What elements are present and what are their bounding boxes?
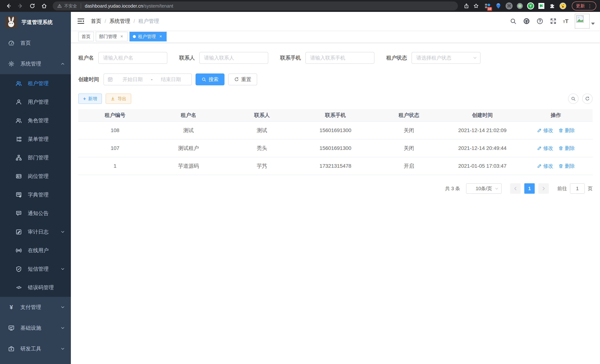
edit-link[interactable]: 修改 — [537, 145, 553, 152]
extensions-area: 10 ⌘ Y — [484, 2, 567, 10]
sidebar-item-dept[interactable]: 部门管理 — [0, 149, 71, 167]
font-size-icon[interactable]: TT — [563, 18, 568, 24]
close-icon[interactable]: × — [119, 34, 124, 39]
status-text: 关闭 — [372, 145, 446, 152]
extension-y-icon[interactable]: Y — [527, 2, 534, 10]
tab-dept[interactable]: 部门管理 × — [96, 32, 128, 41]
broadcast-icon — [16, 247, 22, 254]
sidebar-item-user[interactable]: 用户管理 — [0, 93, 71, 111]
sidebar-item-notice[interactable]: 通知公告 — [0, 204, 71, 223]
chevron-down-icon — [473, 56, 477, 60]
delete-link[interactable]: 删除 — [558, 127, 575, 134]
sidebar-item-dev-tools[interactable]: 研发工具 — [0, 338, 71, 359]
shield-icon — [16, 266, 22, 272]
extensions-puzzle-icon[interactable] — [548, 2, 556, 10]
extension-balloon-icon[interactable] — [495, 2, 502, 10]
chevron-down-icon — [60, 346, 65, 351]
browser-update-menu-button[interactable]: 更新 ⋮ — [572, 1, 596, 10]
yen-icon: ¥ — [8, 304, 14, 311]
sidebar: 芋道管理系统 首页 系统管理 租户管理 — [0, 12, 71, 364]
sidebar-item-audit-log[interactable]: 审计日志 — [0, 223, 71, 241]
status-text: 关闭 — [372, 127, 446, 134]
contact-input[interactable] — [199, 52, 268, 64]
page-number-1[interactable]: 1 — [524, 183, 535, 194]
browser-reload-button[interactable] — [28, 1, 37, 11]
status-label: 租户状态 — [386, 54, 407, 61]
chevron-down-icon — [60, 305, 65, 309]
share-button[interactable] — [462, 1, 471, 11]
extension-emoji-icon[interactable] — [559, 2, 567, 10]
col-tenant-name: 租户名 — [152, 112, 225, 119]
fullscreen-icon[interactable] — [550, 18, 557, 25]
goto-page-input[interactable] — [570, 183, 585, 194]
delete-link[interactable]: 删除 — [558, 145, 575, 152]
extension-dot-icon[interactable] — [516, 2, 524, 10]
help-icon[interactable] — [536, 18, 544, 25]
delete-link[interactable]: 删除 — [558, 163, 575, 169]
sidebar-item-post[interactable]: 岗位管理 — [0, 167, 71, 186]
extension-grid-icon[interactable]: 10 — [484, 2, 491, 10]
sidebar-item-online-users[interactable]: 在线用户 — [0, 241, 71, 260]
page-content: 租户名 联系人 联系手机 租户状态 — [71, 43, 600, 364]
page-size-select[interactable]: 10条/页 — [466, 183, 502, 194]
goto-label: 前往 — [557, 185, 567, 192]
sidebar-item-infrastructure[interactable]: 基础设施 — [0, 318, 71, 338]
role-users-icon — [16, 117, 22, 124]
toggle-search-button[interactable] — [568, 93, 579, 104]
sidebar-item-error-code[interactable]: </> 错误码管理 — [0, 278, 71, 297]
reset-button[interactable]: 重置 — [228, 74, 257, 85]
browser-forward-button[interactable] — [16, 1, 25, 11]
breadcrumb-current: 租户管理 — [138, 18, 159, 25]
export-button[interactable]: 导出 — [106, 93, 131, 104]
col-status: 租户状态 — [372, 112, 446, 119]
sidebar-item-role[interactable]: 角色管理 — [0, 111, 71, 130]
sidebar-item-system[interactable]: 系统管理 — [0, 53, 71, 74]
browser-back-button[interactable] — [4, 1, 13, 11]
security-label: 不安全 — [64, 3, 77, 9]
status-select-input[interactable] — [412, 52, 480, 64]
kebab-menu-icon: ⋮ — [587, 3, 592, 9]
header-search-icon[interactable] — [510, 18, 517, 25]
bookmark-star-button[interactable] — [471, 1, 481, 11]
table-row: 107 测试租户 秃头 15601691300 关闭 2021-12-14 20… — [78, 140, 593, 157]
sidebar-item-dict[interactable]: 字典管理 — [0, 186, 71, 204]
app-title: 芋道管理系统 — [21, 19, 53, 26]
breadcrumb-home[interactable]: 首页 — [91, 18, 101, 25]
refresh-table-button[interactable] — [582, 93, 593, 104]
edit-log-icon — [16, 229, 22, 235]
date-range-picker[interactable]: 开始日期 - 结束日期 — [103, 74, 192, 85]
search-button[interactable]: 搜索 — [196, 74, 225, 85]
start-date-placeholder: 开始日期 — [116, 76, 150, 83]
breadcrumb-system[interactable]: 系统管理 — [110, 18, 130, 25]
trash-icon — [558, 164, 563, 168]
edit-icon — [537, 128, 542, 133]
status-select[interactable] — [412, 52, 480, 64]
sidebar-item-menu[interactable]: 菜单管理 — [0, 130, 71, 149]
extension-command-icon[interactable]: ⌘ — [505, 2, 513, 10]
address-bar[interactable]: 不安全 dashboard.yudao.iocoder.cn/system/te… — [53, 1, 458, 10]
prev-page-button[interactable] — [510, 183, 521, 194]
extension-chat-icon[interactable] — [538, 2, 545, 10]
sidebar-item-sms[interactable]: 短信管理 — [0, 260, 71, 278]
tenant-name-input[interactable] — [98, 52, 167, 64]
add-button[interactable]: + 新增 — [78, 93, 102, 104]
next-page-button[interactable] — [538, 183, 549, 194]
sidebar-collapse-button[interactable] — [77, 17, 85, 25]
edit-link[interactable]: 修改 — [537, 127, 553, 134]
github-icon[interactable] — [523, 18, 530, 25]
browser-home-button[interactable] — [39, 1, 49, 11]
table-toolbar: + 新增 导出 — [78, 93, 593, 104]
tab-home[interactable]: 首页 — [78, 32, 94, 41]
close-icon[interactable]: × — [158, 34, 163, 39]
edit-link[interactable]: 修改 — [537, 163, 553, 169]
table-row: 108 测试 测试 15601691300 关闭 2021-12-14 21:0… — [78, 122, 593, 140]
avatar[interactable] — [575, 14, 590, 28]
download-icon — [110, 96, 115, 101]
user-menu[interactable] — [575, 14, 595, 28]
pagination: 共 3 条 10条/页 1 前往 页 — [78, 183, 593, 194]
sidebar-item-home[interactable]: 首页 — [0, 33, 71, 53]
tab-tenant[interactable]: 租户管理 × — [130, 32, 167, 41]
sidebar-item-payment[interactable]: ¥ 支付管理 — [0, 297, 71, 318]
sidebar-item-tenant[interactable]: 租户管理 — [0, 74, 71, 93]
mobile-input[interactable] — [305, 52, 375, 64]
